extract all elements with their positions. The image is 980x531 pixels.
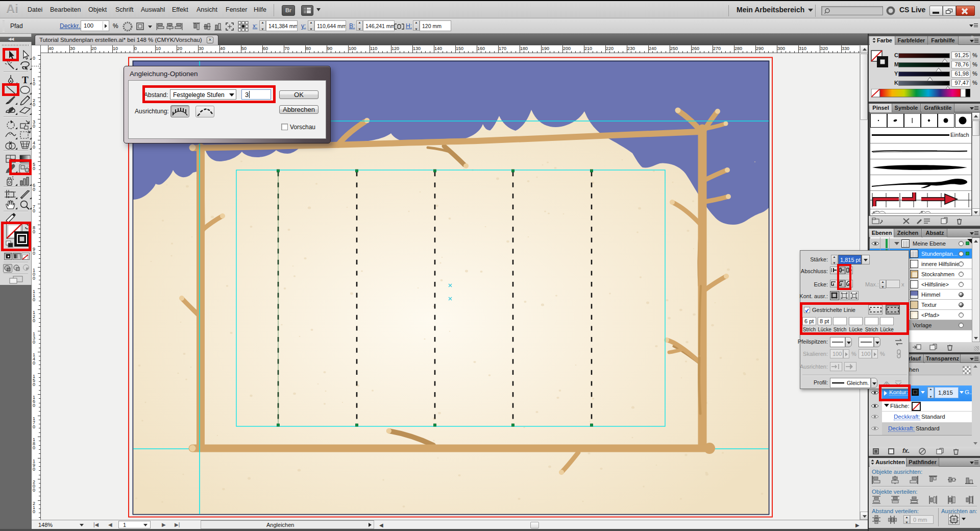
svg-text:T: T: [22, 75, 29, 85]
